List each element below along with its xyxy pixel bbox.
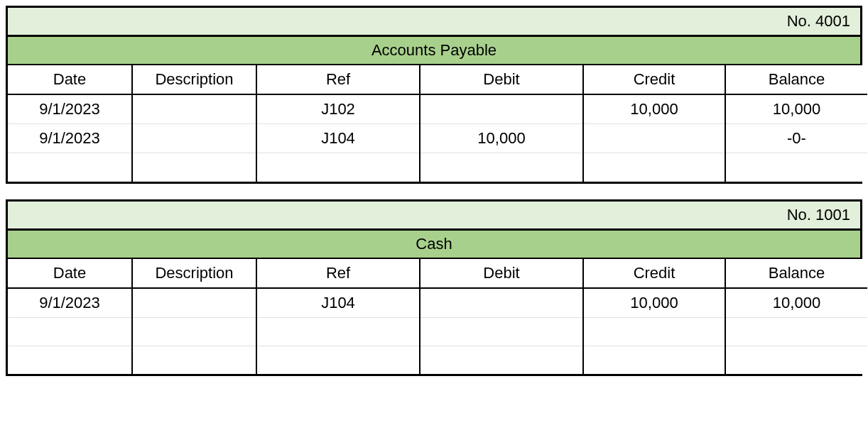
table-header-row: Date Description Ref Debit Credit Balanc… bbox=[8, 65, 867, 94]
cell-desc bbox=[132, 124, 256, 153]
cell-balance: -0- bbox=[725, 124, 867, 153]
col-date: Date bbox=[8, 65, 132, 94]
cell-desc bbox=[132, 153, 256, 182]
cell-credit bbox=[583, 124, 725, 153]
col-desc: Description bbox=[132, 65, 256, 94]
cell-ref: J104 bbox=[256, 288, 420, 318]
col-credit: Credit bbox=[583, 65, 725, 94]
col-desc: Description bbox=[132, 259, 256, 288]
col-ref: Ref bbox=[256, 65, 420, 94]
col-debit: Debit bbox=[420, 259, 583, 288]
cell-credit bbox=[583, 346, 725, 374]
cell-debit bbox=[420, 94, 583, 124]
cell-date: 9/1/2023 bbox=[8, 94, 132, 124]
cell-credit: 10,000 bbox=[583, 94, 725, 124]
cell-desc bbox=[132, 288, 256, 318]
cell-credit bbox=[583, 153, 725, 182]
cell-credit bbox=[583, 317, 725, 346]
cell-ref: J102 bbox=[256, 94, 420, 124]
cell-debit bbox=[420, 346, 583, 374]
table-row: 9/1/2023 J104 10,000 -0- bbox=[8, 124, 867, 153]
cell-debit bbox=[420, 317, 583, 346]
account-number: No. 1001 bbox=[8, 202, 860, 231]
cell-ref bbox=[256, 153, 420, 182]
account-title: Cash bbox=[8, 231, 860, 259]
cell-ref bbox=[256, 317, 420, 346]
cell-date bbox=[8, 153, 132, 182]
table-row: 9/1/2023 J104 10,000 10,000 bbox=[8, 288, 867, 318]
account-title: Accounts Payable bbox=[8, 37, 860, 65]
cell-ref: J104 bbox=[256, 124, 420, 153]
col-debit: Debit bbox=[420, 65, 583, 94]
ledger-accounts-payable: No. 4001 Accounts Payable Date Descripti… bbox=[6, 6, 862, 184]
col-date: Date bbox=[8, 259, 132, 288]
cell-date: 9/1/2023 bbox=[8, 124, 132, 153]
col-ref: Ref bbox=[256, 259, 420, 288]
ledger-cash: No. 1001 Cash Date Description Ref Debit… bbox=[6, 199, 862, 377]
table-row: 9/1/2023 J102 10,000 10,000 bbox=[8, 94, 867, 124]
col-balance: Balance bbox=[725, 259, 867, 288]
cell-desc bbox=[132, 94, 256, 124]
cell-balance bbox=[725, 346, 867, 374]
cell-balance bbox=[725, 153, 867, 182]
ledger-table: Date Description Ref Debit Credit Balanc… bbox=[8, 65, 867, 182]
col-credit: Credit bbox=[583, 259, 725, 288]
table-header-row: Date Description Ref Debit Credit Balanc… bbox=[8, 259, 867, 288]
cell-date bbox=[8, 317, 132, 346]
ledger-table: Date Description Ref Debit Credit Balanc… bbox=[8, 259, 867, 375]
table-row bbox=[8, 153, 867, 182]
cell-balance: 10,000 bbox=[725, 288, 867, 318]
cell-debit bbox=[420, 153, 583, 182]
cell-date bbox=[8, 346, 132, 374]
cell-debit bbox=[420, 288, 583, 318]
cell-balance: 10,000 bbox=[725, 94, 867, 124]
cell-debit: 10,000 bbox=[420, 124, 583, 153]
cell-desc bbox=[132, 346, 256, 374]
cell-balance bbox=[725, 317, 867, 346]
table-row bbox=[8, 346, 867, 374]
col-balance: Balance bbox=[725, 65, 867, 94]
cell-desc bbox=[132, 317, 256, 346]
cell-credit: 10,000 bbox=[583, 288, 725, 318]
cell-date: 9/1/2023 bbox=[8, 288, 132, 318]
cell-ref bbox=[256, 346, 420, 374]
account-number: No. 4001 bbox=[8, 8, 860, 37]
table-row bbox=[8, 317, 867, 346]
